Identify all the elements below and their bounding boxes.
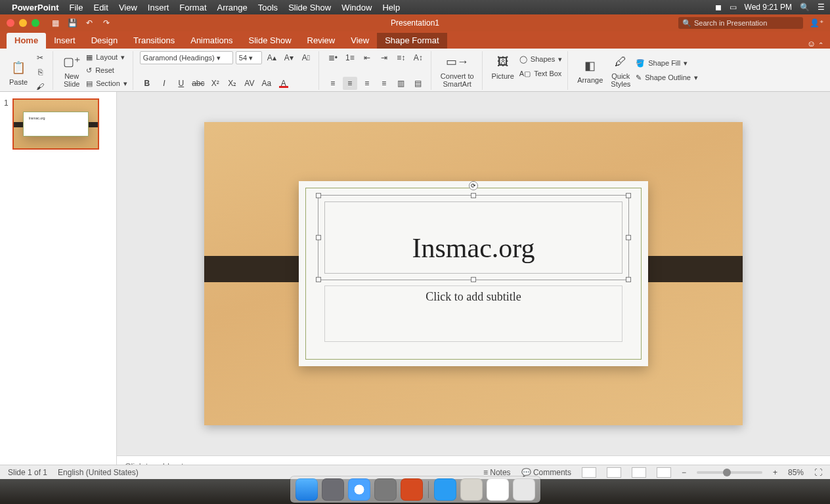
arrange-button[interactable]: ◧ Arrange	[575, 55, 605, 85]
cut-button[interactable]: ✂	[33, 51, 47, 64]
tab-design[interactable]: Design	[83, 33, 125, 49]
minimize-window-button[interactable]	[19, 19, 27, 27]
columns-button[interactable]: ▥	[394, 77, 408, 90]
clear-formatting-button[interactable]: A⃠	[299, 51, 313, 64]
zoom-percent[interactable]: 85%	[788, 468, 804, 477]
underline-button[interactable]: U	[174, 77, 188, 90]
reset-button[interactable]: ↺ Reset	[86, 64, 127, 76]
dock-powerpoint[interactable]	[401, 478, 423, 501]
resize-handle-sw[interactable]	[316, 277, 321, 282]
shapes-button[interactable]: ◯ Shapes ▾	[519, 53, 562, 65]
textbox-button[interactable]: A▢ Text Box	[519, 68, 562, 79]
char-spacing-button[interactable]: AV	[242, 77, 257, 90]
new-slide-button[interactable]: ▢⁺ New Slide	[60, 51, 83, 89]
resize-handle-w[interactable]	[316, 235, 321, 240]
dock-notes[interactable]	[487, 478, 509, 501]
resize-handle-nw[interactable]	[316, 193, 321, 198]
app-menu[interactable]: PowerPoint	[12, 3, 59, 12]
strike-button[interactable]: abc	[191, 77, 206, 90]
qat-views-icon[interactable]: ▦	[49, 17, 62, 29]
notes-toggle[interactable]: ≡ Notes	[483, 468, 511, 477]
outdent-button[interactable]: ⇤	[360, 51, 374, 64]
italic-button[interactable]: I	[157, 77, 171, 90]
clock[interactable]: Wed 9:21 PM	[745, 3, 792, 12]
justify-button[interactable]: ≡	[377, 77, 391, 90]
language-status[interactable]: English (United States)	[58, 468, 139, 477]
zoom-window-button[interactable]	[32, 19, 39, 27]
dock-disk[interactable]	[460, 478, 483, 501]
menu-slideshow[interactable]: Slide Show	[288, 3, 331, 12]
display-icon[interactable]: ▭	[730, 3, 737, 12]
bullets-button[interactable]: ≣•	[326, 51, 340, 64]
account-smiley-icon[interactable]: ☺	[807, 39, 816, 49]
superscript-button[interactable]: X²	[208, 77, 223, 90]
font-color-button[interactable]: A	[276, 77, 291, 90]
comments-toggle[interactable]: 💬 Comments	[521, 468, 571, 477]
sorter-view-button[interactable]	[607, 467, 621, 478]
reading-view-button[interactable]	[632, 467, 646, 478]
dock-safari[interactable]	[348, 478, 370, 501]
tab-transitions[interactable]: Transitions	[125, 33, 183, 49]
shape-outline-button[interactable]: ✎ Shape Outline ▾	[636, 72, 698, 83]
line-spacing-button[interactable]: ≡↕	[394, 51, 408, 64]
format-painter-button[interactable]: 🖌	[33, 80, 47, 93]
menu-format[interactable]: Format	[179, 3, 206, 12]
menu-tools[interactable]: Tools	[258, 3, 278, 12]
menu-view[interactable]: View	[119, 3, 137, 12]
menu-arrange[interactable]: Arrange	[217, 3, 248, 12]
shape-fill-button[interactable]: 🪣 Shape Fill ▾	[636, 57, 698, 69]
close-window-button[interactable]	[7, 19, 14, 27]
font-name-select[interactable]: Garamond (Headings) ▾	[140, 51, 233, 64]
tab-review[interactable]: Review	[299, 33, 343, 49]
convert-smartart-button[interactable]: ▭→ Convert to SmartArt	[438, 51, 477, 89]
align-left-button[interactable]: ≡	[326, 77, 340, 90]
font-size-select[interactable]: 54 ▾	[236, 51, 262, 64]
zoom-in-button[interactable]: +	[773, 468, 777, 477]
layout-button[interactable]: ▦ Layout ▾	[86, 51, 127, 63]
title-text[interactable]: Insmac.org	[325, 202, 622, 264]
copy-button[interactable]: ⎘	[33, 66, 47, 79]
tab-home[interactable]: Home	[7, 33, 46, 49]
rotate-handle[interactable]: ⟳	[469, 181, 478, 190]
spotlight-icon[interactable]: 🔍	[800, 3, 810, 12]
dock-appstore[interactable]	[434, 478, 456, 501]
menu-insert[interactable]: Insert	[148, 3, 169, 12]
qat-save-icon[interactable]: 💾	[66, 17, 79, 29]
picture-button[interactable]: 🖼 Picture	[489, 51, 517, 81]
menu-list-icon[interactable]: ☰	[818, 3, 825, 12]
menu-edit[interactable]: Edit	[93, 3, 108, 12]
fit-to-window-button[interactable]: ⛶	[814, 468, 822, 477]
tab-view[interactable]: View	[343, 33, 377, 49]
menu-help[interactable]: Help	[382, 3, 400, 12]
tab-animations[interactable]: Animations	[183, 33, 240, 49]
slide-thumbnail-panel[interactable]: 1 Insmac.org	[0, 92, 117, 478]
subtitle-placeholder[interactable]: Click to add subtitle	[324, 285, 622, 342]
align-center-button[interactable]: ≡	[343, 77, 357, 90]
align-text-button[interactable]: ▤	[411, 77, 426, 90]
share-icon[interactable]: 👤⁺	[810, 18, 823, 28]
qat-redo-icon[interactable]: ↷	[100, 17, 113, 29]
align-right-button[interactable]: ≡	[360, 77, 374, 90]
menu-window[interactable]: Window	[341, 3, 372, 12]
zoom-thumb[interactable]	[723, 469, 731, 476]
quick-styles-button[interactable]: 🖊 Quick Styles	[608, 51, 633, 89]
slideshow-view-button[interactable]	[657, 467, 671, 478]
resize-handle-ne[interactable]	[626, 193, 631, 198]
dock-settings[interactable]	[374, 478, 397, 501]
tab-shape-format[interactable]: Shape Format	[377, 33, 447, 49]
text-direction-button[interactable]: A↕	[411, 51, 426, 64]
slide[interactable]: ⟳ Insmac.org	[204, 122, 743, 425]
menu-file[interactable]: File	[70, 3, 83, 12]
section-button[interactable]: ▤ Section ▾	[86, 77, 127, 89]
bold-button[interactable]: B	[140, 77, 154, 90]
change-case-button[interactable]: Aa	[259, 77, 274, 90]
indent-button[interactable]: ⇥	[377, 51, 391, 64]
decrease-font-button[interactable]: A▾	[282, 51, 296, 64]
dock-trash[interactable]	[513, 478, 535, 501]
search-field[interactable]: 🔍 Search in Presentation	[678, 17, 803, 29]
resize-handle-e[interactable]	[626, 235, 631, 240]
numbering-button[interactable]: 1≡	[343, 51, 357, 64]
dock-finder[interactable]	[295, 478, 318, 501]
resize-handle-n[interactable]	[471, 193, 476, 198]
increase-font-button[interactable]: A▴	[265, 51, 279, 64]
